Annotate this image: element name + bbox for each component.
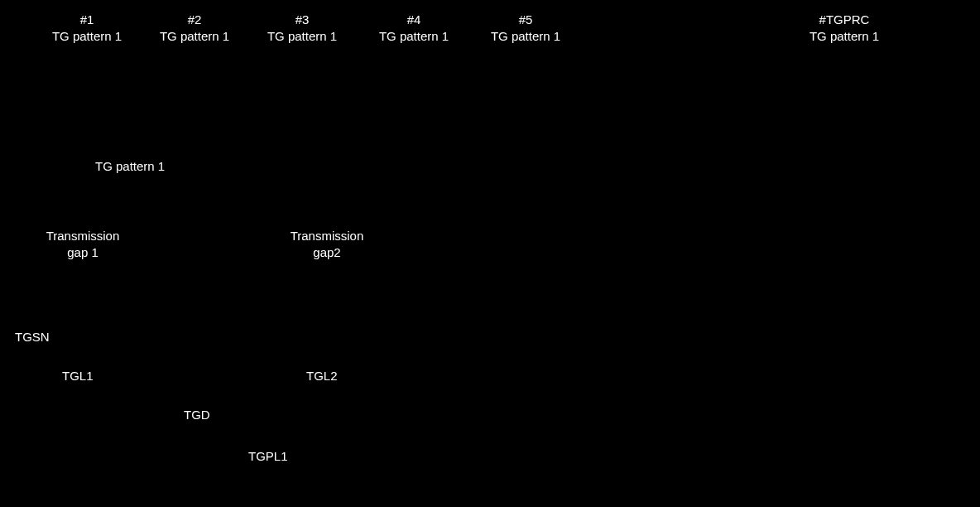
frame-sub: TG pattern 1 (157, 28, 232, 45)
gap2-line1: Transmission (277, 228, 377, 244)
frame-sub: TG pattern 1 (50, 28, 124, 45)
frame-num: #1 (50, 12, 124, 28)
frame-header-1: #1 TG pattern 1 (50, 12, 124, 44)
frame-sub: TG pattern 1 (803, 28, 886, 45)
gap1-line2: gap 1 (33, 244, 132, 261)
param-tgl1: TGL1 (62, 369, 94, 383)
param-tgl2: TGL2 (306, 369, 338, 383)
frame-sub: TG pattern 1 (265, 28, 339, 45)
gap2-line2: gap2 (277, 244, 377, 261)
frame-num: #2 (157, 12, 232, 28)
param-tgpl1: TGPL1 (248, 449, 288, 463)
transmission-gap-1: Transmission gap 1 (33, 228, 132, 260)
frame-num: #5 (488, 12, 563, 28)
frame-num: #TGPRC (803, 12, 886, 28)
frame-header-tgprc: #TGPRC TG pattern 1 (803, 12, 886, 44)
frame-num: #4 (377, 12, 451, 28)
transmission-gap-2: Transmission gap2 (277, 228, 377, 260)
frame-sub: TG pattern 1 (377, 28, 451, 45)
frame-header-2: #2 TG pattern 1 (157, 12, 232, 44)
frame-header-5: #5 TG pattern 1 (488, 12, 563, 44)
param-tgsn: TGSN (15, 330, 50, 344)
frame-sub: TG pattern 1 (488, 28, 563, 45)
frame-num: #3 (265, 12, 339, 28)
param-tgd: TGD (184, 408, 210, 422)
frame-header-4: #4 TG pattern 1 (377, 12, 451, 44)
gap1-line1: Transmission (33, 228, 132, 244)
tg-pattern-label: TG pattern 1 (95, 159, 165, 173)
frame-header-3: #3 TG pattern 1 (265, 12, 339, 44)
